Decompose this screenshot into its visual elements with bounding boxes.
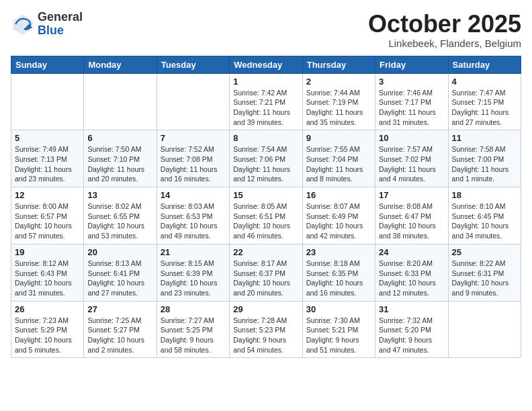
day-number: 30 bbox=[306, 304, 371, 314]
logo-blue: Blue bbox=[38, 24, 83, 38]
calendar-cell: 19Sunrise: 8:12 AM Sunset: 6:43 PM Dayli… bbox=[11, 244, 84, 301]
page-header: General Blue October 2025 Linkebeek, Fla… bbox=[11, 11, 521, 49]
day-info: Sunrise: 8:18 AM Sunset: 6:35 PM Dayligh… bbox=[306, 259, 371, 298]
calendar-cell: 27Sunrise: 7:25 AM Sunset: 5:27 PM Dayli… bbox=[84, 301, 157, 358]
weekday-header-tuesday: Tuesday bbox=[157, 56, 229, 73]
day-info: Sunrise: 7:44 AM Sunset: 7:19 PM Dayligh… bbox=[306, 88, 371, 128]
calendar-cell: 21Sunrise: 8:15 AM Sunset: 6:39 PM Dayli… bbox=[157, 244, 229, 301]
day-number: 3 bbox=[379, 77, 444, 87]
day-info: Sunrise: 7:50 AM Sunset: 7:10 PM Dayligh… bbox=[87, 144, 152, 184]
day-info: Sunrise: 7:46 AM Sunset: 7:17 PM Dayligh… bbox=[379, 88, 444, 128]
calendar-cell: 4Sunrise: 7:47 AM Sunset: 7:15 PM Daylig… bbox=[448, 73, 521, 130]
day-info: Sunrise: 7:52 AM Sunset: 7:08 PM Dayligh… bbox=[161, 144, 226, 184]
day-number: 19 bbox=[15, 247, 80, 257]
day-number: 14 bbox=[161, 190, 226, 200]
logo-text: General Blue bbox=[38, 11, 83, 38]
month-title: October 2025 bbox=[368, 11, 521, 38]
calendar-cell: 17Sunrise: 8:08 AM Sunset: 6:47 PM Dayli… bbox=[375, 187, 448, 244]
day-number: 27 bbox=[87, 304, 152, 314]
week-row-3: 12Sunrise: 8:00 AM Sunset: 6:57 PM Dayli… bbox=[11, 187, 521, 244]
calendar-cell bbox=[11, 73, 84, 130]
day-number: 26 bbox=[15, 304, 80, 314]
day-number: 29 bbox=[233, 304, 298, 314]
weekday-header-row: SundayMondayTuesdayWednesdayThursdayFrid… bbox=[11, 56, 521, 73]
day-info: Sunrise: 7:27 AM Sunset: 5:25 PM Dayligh… bbox=[161, 316, 226, 355]
day-number: 21 bbox=[161, 247, 226, 257]
day-info: Sunrise: 8:08 AM Sunset: 6:47 PM Dayligh… bbox=[379, 201, 444, 241]
day-info: Sunrise: 8:12 AM Sunset: 6:43 PM Dayligh… bbox=[15, 259, 80, 298]
calendar-cell: 28Sunrise: 7:27 AM Sunset: 5:25 PM Dayli… bbox=[157, 301, 229, 358]
calendar-cell: 24Sunrise: 8:20 AM Sunset: 6:33 PM Dayli… bbox=[375, 244, 448, 301]
day-number: 10 bbox=[379, 133, 444, 143]
day-info: Sunrise: 8:05 AM Sunset: 6:51 PM Dayligh… bbox=[233, 201, 298, 241]
weekday-header-sunday: Sunday bbox=[11, 56, 84, 73]
day-info: Sunrise: 8:03 AM Sunset: 6:53 PM Dayligh… bbox=[161, 201, 226, 241]
calendar-cell: 5Sunrise: 7:49 AM Sunset: 7:13 PM Daylig… bbox=[11, 130, 84, 187]
location-subtitle: Linkebeek, Flanders, Belgium bbox=[368, 38, 521, 49]
day-number: 16 bbox=[306, 190, 371, 200]
calendar-cell: 15Sunrise: 8:05 AM Sunset: 6:51 PM Dayli… bbox=[230, 187, 302, 244]
day-info: Sunrise: 7:57 AM Sunset: 7:02 PM Dayligh… bbox=[379, 144, 444, 184]
week-row-1: 1Sunrise: 7:42 AM Sunset: 7:21 PM Daylig… bbox=[11, 73, 521, 130]
day-number: 6 bbox=[87, 133, 152, 143]
calendar-cell: 22Sunrise: 8:17 AM Sunset: 6:37 PM Dayli… bbox=[230, 244, 302, 301]
day-number: 31 bbox=[379, 304, 444, 314]
day-info: Sunrise: 8:02 AM Sunset: 6:55 PM Dayligh… bbox=[87, 201, 152, 241]
day-number: 9 bbox=[306, 133, 371, 143]
week-row-2: 5Sunrise: 7:49 AM Sunset: 7:13 PM Daylig… bbox=[11, 130, 521, 187]
calendar-cell: 14Sunrise: 8:03 AM Sunset: 6:53 PM Dayli… bbox=[157, 187, 229, 244]
day-info: Sunrise: 8:10 AM Sunset: 6:45 PM Dayligh… bbox=[452, 201, 517, 241]
calendar-cell: 30Sunrise: 7:30 AM Sunset: 5:21 PM Dayli… bbox=[302, 301, 375, 358]
week-row-5: 26Sunrise: 7:23 AM Sunset: 5:29 PM Dayli… bbox=[11, 301, 521, 358]
calendar-cell: 29Sunrise: 7:28 AM Sunset: 5:23 PM Dayli… bbox=[230, 301, 302, 358]
calendar-cell: 2Sunrise: 7:44 AM Sunset: 7:19 PM Daylig… bbox=[302, 73, 375, 130]
day-info: Sunrise: 8:22 AM Sunset: 6:31 PM Dayligh… bbox=[452, 259, 517, 298]
day-number: 2 bbox=[306, 77, 371, 87]
weekday-header-thursday: Thursday bbox=[302, 56, 375, 73]
calendar-cell: 10Sunrise: 7:57 AM Sunset: 7:02 PM Dayli… bbox=[375, 130, 448, 187]
calendar-cell: 25Sunrise: 8:22 AM Sunset: 6:31 PM Dayli… bbox=[448, 244, 521, 301]
day-info: Sunrise: 7:42 AM Sunset: 7:21 PM Dayligh… bbox=[233, 88, 298, 128]
day-info: Sunrise: 7:49 AM Sunset: 7:13 PM Dayligh… bbox=[15, 144, 80, 184]
day-number: 20 bbox=[87, 247, 152, 257]
calendar-cell bbox=[157, 73, 229, 130]
logo: General Blue bbox=[11, 11, 83, 38]
weekday-header-friday: Friday bbox=[375, 56, 448, 73]
logo-icon bbox=[11, 12, 35, 36]
day-info: Sunrise: 7:55 AM Sunset: 7:04 PM Dayligh… bbox=[306, 144, 371, 184]
day-info: Sunrise: 8:17 AM Sunset: 6:37 PM Dayligh… bbox=[233, 259, 298, 298]
day-info: Sunrise: 7:54 AM Sunset: 7:06 PM Dayligh… bbox=[233, 144, 298, 184]
day-number: 13 bbox=[87, 190, 152, 200]
day-info: Sunrise: 8:15 AM Sunset: 6:39 PM Dayligh… bbox=[161, 259, 226, 298]
day-info: Sunrise: 8:00 AM Sunset: 6:57 PM Dayligh… bbox=[15, 201, 80, 241]
calendar-cell: 9Sunrise: 7:55 AM Sunset: 7:04 PM Daylig… bbox=[302, 130, 375, 187]
day-number: 23 bbox=[306, 247, 371, 257]
day-info: Sunrise: 8:07 AM Sunset: 6:49 PM Dayligh… bbox=[306, 201, 371, 241]
calendar-cell: 11Sunrise: 7:58 AM Sunset: 7:00 PM Dayli… bbox=[448, 130, 521, 187]
day-number: 18 bbox=[452, 190, 517, 200]
calendar-cell: 12Sunrise: 8:00 AM Sunset: 6:57 PM Dayli… bbox=[11, 187, 84, 244]
day-info: Sunrise: 7:25 AM Sunset: 5:27 PM Dayligh… bbox=[87, 316, 152, 355]
day-number: 1 bbox=[233, 77, 298, 87]
calendar-cell: 7Sunrise: 7:52 AM Sunset: 7:08 PM Daylig… bbox=[157, 130, 229, 187]
day-number: 17 bbox=[379, 190, 444, 200]
day-number: 15 bbox=[233, 190, 298, 200]
day-number: 22 bbox=[233, 247, 298, 257]
day-info: Sunrise: 7:30 AM Sunset: 5:21 PM Dayligh… bbox=[306, 316, 371, 355]
day-number: 11 bbox=[452, 133, 517, 143]
calendar-cell: 13Sunrise: 8:02 AM Sunset: 6:55 PM Dayli… bbox=[84, 187, 157, 244]
day-number: 28 bbox=[161, 304, 226, 314]
day-info: Sunrise: 7:47 AM Sunset: 7:15 PM Dayligh… bbox=[452, 88, 517, 128]
day-number: 7 bbox=[161, 133, 226, 143]
calendar-cell: 3Sunrise: 7:46 AM Sunset: 7:17 PM Daylig… bbox=[375, 73, 448, 130]
weekday-header-wednesday: Wednesday bbox=[230, 56, 302, 73]
day-info: Sunrise: 7:32 AM Sunset: 5:20 PM Dayligh… bbox=[379, 316, 444, 355]
week-row-4: 19Sunrise: 8:12 AM Sunset: 6:43 PM Dayli… bbox=[11, 244, 521, 301]
calendar-cell: 6Sunrise: 7:50 AM Sunset: 7:10 PM Daylig… bbox=[84, 130, 157, 187]
calendar-cell: 18Sunrise: 8:10 AM Sunset: 6:45 PM Dayli… bbox=[448, 187, 521, 244]
calendar-cell: 1Sunrise: 7:42 AM Sunset: 7:21 PM Daylig… bbox=[230, 73, 302, 130]
calendar-cell: 16Sunrise: 8:07 AM Sunset: 6:49 PM Dayli… bbox=[302, 187, 375, 244]
weekday-header-saturday: Saturday bbox=[448, 56, 521, 73]
day-number: 5 bbox=[15, 133, 80, 143]
calendar-cell: 8Sunrise: 7:54 AM Sunset: 7:06 PM Daylig… bbox=[230, 130, 302, 187]
